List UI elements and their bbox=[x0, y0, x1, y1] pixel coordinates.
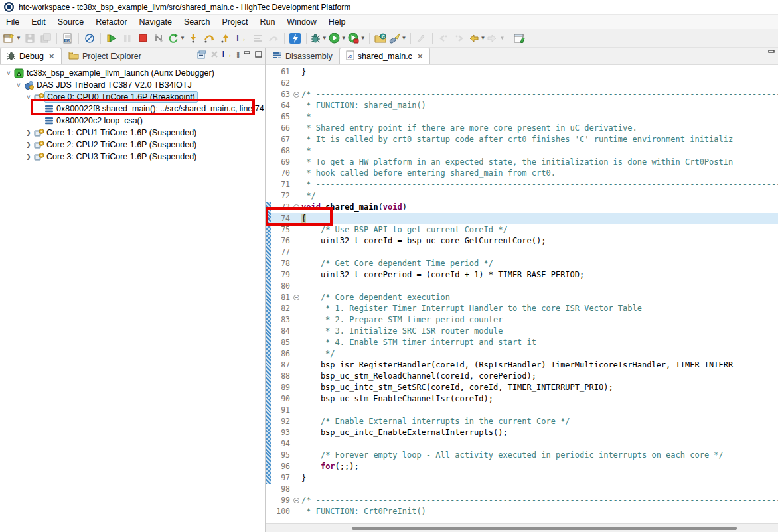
dropdown-caret-icon[interactable]: ▼ bbox=[322, 35, 327, 41]
dropdown-caret-icon[interactable]: ▼ bbox=[481, 35, 486, 41]
code-text[interactable]: * 4. Enable STM timer interrupt and star… bbox=[301, 337, 778, 348]
editor-tab-shared-main-c[interactable]: .cshared_main.c✕ bbox=[339, 48, 430, 64]
save-all-button[interactable] bbox=[39, 31, 53, 46]
fold-collapse-icon[interactable]: − bbox=[293, 498, 299, 503]
step-into-button[interactable] bbox=[187, 31, 201, 46]
code-text[interactable]: * Shared entry point if there are more c… bbox=[301, 123, 778, 134]
folding-column[interactable] bbox=[293, 179, 301, 190]
code-text[interactable]: /* -------------------------------------… bbox=[301, 89, 778, 100]
folding-column[interactable]: − bbox=[293, 89, 301, 100]
code-text[interactable]: * FUNCTION: shared_main() bbox=[301, 100, 778, 111]
folding-column[interactable] bbox=[293, 472, 301, 484]
instruction-stepping-button[interactable]: i→ bbox=[234, 31, 249, 46]
fold-collapse-icon[interactable]: − bbox=[293, 204, 299, 210]
chevron-collapsed-icon[interactable]: ❯ bbox=[24, 153, 33, 160]
annotation-ruler[interactable] bbox=[266, 78, 272, 89]
annotation-ruler[interactable] bbox=[266, 179, 272, 190]
menu-refactor[interactable]: Refactor bbox=[90, 16, 133, 28]
code-text[interactable]: /* Use BSP API to get current CoreId */ bbox=[301, 224, 778, 235]
folding-column[interactable] bbox=[293, 111, 301, 123]
dropdown-caret-icon[interactable]: ▼ bbox=[360, 35, 366, 41]
tree-item[interactable]: 0x800022f8 shared_main(): ../src/shared_… bbox=[0, 103, 265, 115]
tree-item[interactable]: ˅Core 0: CPU0 TriCore 1.6P (Breakpoint) bbox=[0, 91, 265, 103]
folding-column[interactable] bbox=[293, 224, 301, 235]
open-element-button[interactable]: C bbox=[373, 31, 388, 46]
chevron-expanded-icon[interactable]: ˅ bbox=[4, 70, 13, 77]
annotation-ruler[interactable] bbox=[266, 190, 272, 202]
code-line-70[interactable]: 70 * hook called before entering shared_… bbox=[266, 168, 778, 179]
code-text[interactable]: * hook called before entering shared_mai… bbox=[301, 168, 778, 179]
menu-file[interactable]: File bbox=[0, 16, 25, 28]
tree-item-label[interactable]: Core 2: CPU2 TriCore 1.6P (Suspended) bbox=[44, 139, 198, 150]
folding-column[interactable] bbox=[293, 213, 301, 224]
flash-target-button[interactable] bbox=[288, 31, 303, 46]
code-line-88[interactable]: 88 bsp_uc_stm_ReloadChannel(coreId, core… bbox=[266, 371, 778, 382]
terminate-button[interactable] bbox=[136, 31, 151, 46]
tree-item[interactable]: ˅tc38x_bsp_example_llvm_launch (Aurix De… bbox=[0, 67, 265, 79]
last-edit-location-button[interactable] bbox=[414, 31, 429, 46]
annotation-ruler[interactable] bbox=[266, 168, 272, 179]
tree-item[interactable]: ❯Core 2: CPU2 TriCore 1.6P (Suspended) bbox=[0, 139, 265, 151]
run-button[interactable]: ▼ bbox=[329, 31, 347, 46]
code-text[interactable]: void shared_main(void) bbox=[301, 202, 778, 213]
code-line-100[interactable]: 100 * FUNCTION: Crt0PreInit() bbox=[266, 506, 778, 517]
minimize-view-icon[interactable] bbox=[244, 51, 251, 58]
folding-column[interactable] bbox=[293, 416, 301, 427]
open-editor-window-button[interactable] bbox=[512, 31, 526, 46]
search-button[interactable]: ▼ bbox=[389, 31, 407, 46]
folding-column[interactable]: − bbox=[293, 202, 301, 213]
code-line-83[interactable]: 83 * 2. Prepare STM timer period counter bbox=[266, 314, 778, 326]
code-text[interactable]: /* Get Core dependent Time period */ bbox=[301, 258, 778, 269]
annotation-ruler[interactable] bbox=[266, 134, 272, 145]
folding-column[interactable] bbox=[293, 269, 301, 281]
code-line-67[interactable]: 67 * It is called by crt0 startup code a… bbox=[266, 134, 778, 145]
folding-column[interactable] bbox=[293, 484, 301, 495]
fold-collapse-icon[interactable]: − bbox=[293, 92, 299, 98]
code-line-97[interactable]: 97} bbox=[266, 472, 778, 484]
menu-navigate[interactable]: Navigate bbox=[133, 16, 178, 28]
folding-column[interactable] bbox=[293, 66, 301, 78]
code-line-80[interactable]: 80 bbox=[266, 281, 778, 292]
tree-item-label[interactable]: 0x800022f8 shared_main(): ../src/shared_… bbox=[54, 103, 265, 114]
code-line-75[interactable]: 75 /* Use BSP API to get current CoreId … bbox=[266, 224, 778, 235]
tree-item[interactable]: ❯Core 3: CPU3 TriCore 1.6P (Suspended) bbox=[0, 151, 265, 163]
code-line-86[interactable]: 86 */ bbox=[266, 348, 778, 360]
code-text[interactable]: for(;;); bbox=[301, 461, 778, 472]
code-text[interactable] bbox=[301, 281, 778, 292]
folding-column[interactable] bbox=[293, 100, 301, 111]
tree-item[interactable]: 0x800020c2 loop_csa() bbox=[0, 115, 265, 127]
dropdown-caret-icon[interactable]: ▼ bbox=[402, 35, 407, 41]
code-editor[interactable]: 61}6263−/* -----------------------------… bbox=[266, 65, 778, 523]
code-line-74[interactable]: 74{ bbox=[266, 213, 778, 224]
folding-column[interactable] bbox=[293, 145, 301, 157]
code-line-82[interactable]: 82 * 1. Register Timer Interrupt Handler… bbox=[266, 303, 778, 314]
annotation-ruler[interactable] bbox=[266, 495, 272, 506]
code-line-61[interactable]: 61} bbox=[266, 66, 778, 78]
save-button[interactable] bbox=[23, 31, 37, 46]
code-text[interactable]: /* -------------------------------------… bbox=[301, 495, 778, 506]
code-line-94[interactable]: 94 bbox=[266, 438, 778, 450]
suspend-button[interactable] bbox=[120, 31, 135, 46]
menu-run[interactable]: Run bbox=[254, 16, 281, 28]
code-line-84[interactable]: 84 * 3. Initialize SRC ISR router module bbox=[266, 326, 778, 337]
tree-item[interactable]: ❯Core 1: CPU1 TriCore 1.6P (Suspended) bbox=[0, 127, 265, 139]
next-annotation-button[interactable] bbox=[452, 31, 467, 46]
code-text[interactable]: * 1. Register Timer Interrupt Handler to… bbox=[301, 303, 778, 314]
code-line-93[interactable]: 93 bsp_uc_intc_EnableExternalInterrupts(… bbox=[266, 427, 778, 438]
scrollbar-thumb[interactable] bbox=[352, 527, 737, 530]
menu-source[interactable]: Source bbox=[52, 16, 90, 28]
folding-column[interactable]: − bbox=[293, 495, 301, 506]
folding-column[interactable] bbox=[293, 326, 301, 337]
code-text[interactable]: } bbox=[301, 66, 778, 78]
menu-window[interactable]: Window bbox=[281, 16, 322, 28]
view-menu-icon[interactable]: ●●● bbox=[236, 52, 240, 58]
tree-item[interactable]: ˅DAS JDS TriBoard TC387 V2.0 TB34IOTJ bbox=[0, 79, 265, 91]
view-tab-debug[interactable]: Debug✕ bbox=[0, 48, 62, 64]
code-text[interactable]: { bbox=[301, 213, 778, 224]
dropdown-caret-icon[interactable]: ▼ bbox=[180, 35, 185, 41]
code-text[interactable]: bsp_uc_stm_ReloadChannel(coreId, corePer… bbox=[301, 371, 778, 382]
code-text[interactable]: */ bbox=[301, 348, 778, 360]
folding-column[interactable] bbox=[293, 123, 301, 134]
dropdown-caret-icon[interactable]: ▼ bbox=[16, 35, 21, 41]
tree-item-label[interactable]: Core 0: CPU0 TriCore 1.6P (Breakpoint) bbox=[44, 91, 198, 103]
